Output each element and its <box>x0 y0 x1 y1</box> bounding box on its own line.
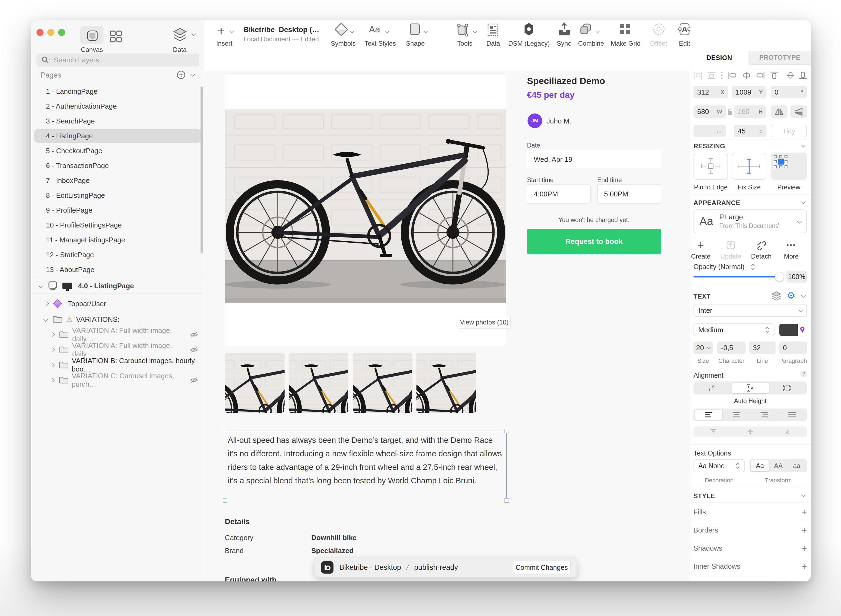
font-family-select[interactable]: Inter <box>693 304 807 317</box>
resize-handle[interactable] <box>505 429 509 433</box>
resize-handle[interactable] <box>223 498 227 503</box>
search-input[interactable] <box>53 56 194 65</box>
opacity-value[interactable]: 100% <box>787 271 807 283</box>
flip-horizontal-button[interactable] <box>771 106 788 118</box>
vertical-align-segmented[interactable] <box>693 426 807 437</box>
auto-width-option[interactable]: A <box>694 383 732 393</box>
zoom-window-button[interactable] <box>58 29 65 36</box>
avatar[interactable]: JM <box>527 113 542 128</box>
text-layers-icon[interactable] <box>771 291 782 301</box>
fills-row[interactable]: Fills+ <box>693 505 807 519</box>
y-position-field[interactable]: 1009Y <box>732 86 766 98</box>
text-style-dropdown[interactable]: Aa P.Large From This Document/ <box>693 210 807 233</box>
paragraph-spacing-field[interactable]: 0 <box>779 342 807 354</box>
appearance-header[interactable]: APPEARANCE <box>693 199 740 207</box>
date-input[interactable]: Wed, Apr 19 <box>527 150 661 169</box>
text-section-header[interactable]: TEXT <box>693 293 710 300</box>
layer-variations-group-row[interactable]: ⚠ VARIATIONS: <box>31 312 204 327</box>
layer-artboard-row[interactable]: 4.0 - ListingPage <box>31 279 204 293</box>
sidebar-item-listing-page[interactable]: 4 - ListingPage <box>34 129 201 143</box>
detach-style-button[interactable]: Detach <box>746 240 776 260</box>
blur-row[interactable]: Blur+ <box>693 577 807 581</box>
character-spacing-field[interactable]: -0,5 <box>717 342 746 354</box>
commit-project-name[interactable]: Biketribe - Desktop <box>339 563 401 572</box>
auto-height-option[interactable]: A <box>732 383 769 393</box>
font-weight-select[interactable]: Medium <box>693 323 775 336</box>
sidebar-item-profile-settings-page[interactable]: 10 - ProfileSettingsPage <box>34 218 201 232</box>
view-photos-button[interactable]: View photos (10) <box>458 316 511 329</box>
sidebar-item-profile-page[interactable]: 9 - ProfilePage <box>34 204 201 217</box>
add-border-icon[interactable]: + <box>801 525 807 535</box>
align-center-option[interactable] <box>722 409 750 420</box>
shadows-row[interactable]: Shadows+ <box>693 541 807 555</box>
text-color-swatch[interactable] <box>779 324 807 336</box>
canvas-area[interactable]: View photos (10) Speciliazed Demo €45 pe… <box>204 71 690 581</box>
transform-uppercase-option[interactable]: AA <box>769 461 788 471</box>
photo-thumbnail-1[interactable] <box>225 353 285 413</box>
add-inner-shadow-icon[interactable]: + <box>801 561 807 572</box>
align-justify-option[interactable] <box>778 409 806 420</box>
transform-segmented[interactable]: Aa AA aa <box>750 459 807 472</box>
sidebar-item-landing-page[interactable]: 1 - LandingPage <box>34 85 201 98</box>
width-field[interactable]: 680W <box>693 106 726 118</box>
layer-variation-a1-row[interactable]: VARIATION A: Full width image, daily… <box>31 327 204 342</box>
tab-design[interactable]: DESIGN <box>690 51 749 65</box>
sidebar-item-authentication-page[interactable]: 2 - AuthenticationPage <box>34 100 201 113</box>
sidebar-item-transaction-page[interactable]: 6 - TransactionPage <box>34 159 201 172</box>
height-field[interactable]: 160H <box>734 106 766 118</box>
add-fill-icon[interactable]: + <box>801 507 807 518</box>
valign-bottom-option[interactable] <box>769 427 806 436</box>
resize-handle[interactable] <box>223 429 227 433</box>
hidden-eye-icon[interactable] <box>190 332 198 338</box>
flip-vertical-button[interactable] <box>790 106 807 118</box>
layer-variation-a2-row[interactable]: VARIATION A: Full width image, daily… <box>31 343 204 357</box>
sidebar-item-manage-listings-page[interactable]: 11 - ManageListingsPage <box>34 233 201 247</box>
start-time-input[interactable]: 4:00PM <box>527 185 591 204</box>
fix-size-button[interactable] <box>732 153 766 180</box>
hidden-eye-icon[interactable] <box>190 377 198 383</box>
hidden-eye-icon[interactable] <box>190 347 198 353</box>
photo-thumbnail-3[interactable] <box>353 353 412 413</box>
sidebar-item-checkout-page[interactable]: 5 - CheckoutPage <box>34 144 201 157</box>
opacity-label[interactable]: Opacity (Normal) <box>693 263 744 271</box>
fixed-size-option[interactable] <box>769 383 806 393</box>
sidebar-item-edit-listing-page[interactable]: 8 - EditListingPage <box>34 189 201 202</box>
request-to-book-button[interactable]: Request to book <box>527 229 661 254</box>
stepper-icon[interactable] <box>750 263 755 270</box>
style-header[interactable]: STYLE <box>693 492 715 500</box>
collapse-pages-icon[interactable] <box>191 72 195 77</box>
line-height-field[interactable]: 32 <box>749 342 776 354</box>
h-spacing-field[interactable]: ↔ <box>693 125 726 137</box>
align-icons-row[interactable] <box>694 70 807 80</box>
add-blur-icon[interactable]: + <box>801 579 807 582</box>
layer-variation-b-row[interactable]: VARIATION B: Carousel images, hourly boo… <box>31 358 204 372</box>
sidebar-item-static-page[interactable]: 12 - StaticPage <box>34 248 201 261</box>
layer-symbol-row[interactable]: Topbar/User <box>31 296 204 311</box>
resize-handle[interactable] <box>505 498 509 503</box>
text-settings-gear-icon[interactable]: ⚙ <box>787 290 796 301</box>
minimize-window-button[interactable] <box>47 29 54 36</box>
borders-row[interactable]: Borders+ <box>693 523 807 537</box>
data-layers-icon[interactable] <box>172 27 188 43</box>
commit-branch-name[interactable]: publish-ready <box>414 563 458 572</box>
v-spacing-field[interactable]: 45↕ <box>734 125 766 137</box>
font-size-field[interactable]: 20 <box>693 342 713 354</box>
sidebar-item-about-page[interactable]: 13 - AboutPage <box>34 263 201 276</box>
pin-to-edge-button[interactable] <box>693 153 728 180</box>
resizing-header[interactable]: RESIZING <box>693 142 725 150</box>
add-page-icon[interactable] <box>176 70 186 79</box>
description-text-layer[interactable]: All-out speed has always been the Demo’s… <box>225 431 507 500</box>
search-layers-field[interactable] <box>37 53 199 66</box>
transform-lowercase-option[interactable]: aa <box>788 461 806 471</box>
help-icon[interactable]: ? <box>800 370 807 377</box>
listing-image-card[interactable]: View photos (10) <box>225 73 506 346</box>
opacity-slider[interactable] <box>693 276 779 277</box>
decoration-select[interactable]: Aa None <box>693 459 745 472</box>
sizing-mode-segmented[interactable]: A A <box>693 381 807 395</box>
x-position-field[interactable]: 312X <box>693 86 728 98</box>
close-window-button[interactable] <box>37 29 44 36</box>
inner-shadows-row[interactable]: Inner Shadows+ <box>693 560 807 573</box>
canvas-view-button[interactable] <box>80 26 104 44</box>
sidebar-item-inbox-page[interactable]: 7 - InboxPage <box>34 174 201 187</box>
pages-scrollbar[interactable] <box>201 87 203 254</box>
